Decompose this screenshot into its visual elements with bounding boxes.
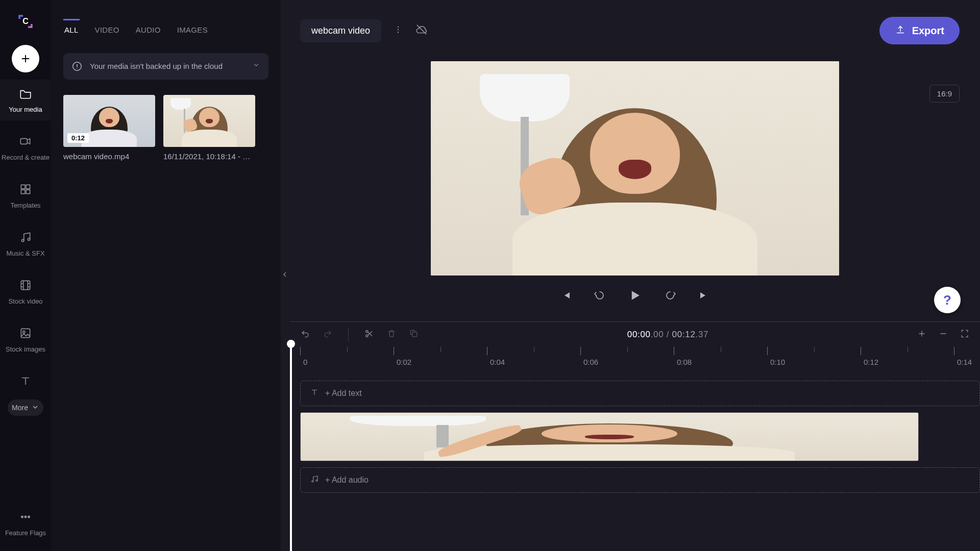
backup-warning-text: Your media isn't backed up in the cloud [90,62,223,70]
templates-icon [19,183,32,197]
tab-audio[interactable]: AUDIO [135,20,162,39]
svg-point-6 [21,239,23,241]
skip-start-button[interactable] [560,289,572,302]
clip-frame [705,413,772,461]
svg-text:C: C [22,17,29,26]
tab-images[interactable]: IMAGES [176,20,209,39]
text-icon [310,388,319,399]
rewind-5-button[interactable] [594,289,606,302]
delete-button[interactable] [386,329,397,341]
sidebar-item-templates[interactable]: Templates [0,176,51,216]
ruler-tick: 0:06 [580,347,598,369]
svg-rect-8 [21,281,30,289]
camera-icon [19,135,32,149]
play-button[interactable] [627,288,643,303]
add-audio-label: + Add audio [325,475,369,485]
svg-point-16 [398,27,399,28]
ruler-tick: 0:02 [394,347,411,369]
svg-rect-1 [20,139,27,144]
ruler-tick: 0:08 [674,347,692,369]
transport-controls [560,288,710,303]
zoom-out-button[interactable] [938,329,948,341]
sidebar-item-label: Music & SFX [6,249,44,257]
project-title[interactable]: webcam video [300,19,381,42]
dots-icon [19,510,32,525]
more-button[interactable]: More [8,399,43,416]
add-media-button[interactable] [12,45,39,72]
backup-warning[interactable]: Your media isn't backed up in the cloud [63,53,268,80]
sidebar-item-label: Stock video [8,297,42,305]
collapse-panel-button[interactable] [281,0,290,551]
image-icon [19,327,32,341]
svg-point-11 [21,516,23,517]
media-item[interactable]: 16/11/2021, 10:18:14 - … [163,95,255,161]
duplicate-button[interactable] [409,329,419,341]
redo-button[interactable] [323,329,333,341]
sidebar-item-feature-flags[interactable]: Feature Flags [0,503,51,544]
timeline-toolbar: 00:00.00 / 00:12.37 [290,321,980,348]
svg-point-18 [398,32,399,33]
svg-point-10 [23,331,25,333]
help-button[interactable]: ? [934,287,961,313]
media-tabs: ALL VIDEO AUDIO IMAGES [63,20,268,40]
add-text-track[interactable]: + Add text [300,381,980,406]
sidebar-item-stock-images[interactable]: Stock images [0,319,51,360]
sidebar-item-text[interactable] [0,367,51,390]
sidebar-item-stock-video[interactable]: Stock video [0,271,51,312]
info-icon [71,61,83,72]
forward-5-button[interactable] [664,289,676,302]
preview-area: 16:9 ? [290,61,980,321]
svg-rect-2 [21,185,25,189]
video-track[interactable] [300,412,980,461]
chevron-down-icon [252,61,260,72]
svg-point-15 [77,68,77,69]
ruler-tick: 0:14 [954,347,972,369]
media-panel: ALL VIDEO AUDIO IMAGES Your media isn't … [51,0,281,551]
zoom-fit-button[interactable] [960,329,970,341]
chevron-left-icon [281,270,289,281]
tab-all[interactable]: ALL [63,19,80,39]
top-bar: webcam video Export [290,0,980,61]
sidebar-item-your-media[interactable]: Your media [0,80,51,120]
svg-point-13 [28,516,30,517]
aspect-ratio-button[interactable]: 16:9 [929,85,960,103]
time-ruler[interactable]: 00:020:040:060:080:100:120:14 [300,347,980,369]
sidebar-item-record-create[interactable]: Record & create [0,128,51,168]
svg-point-23 [316,480,317,482]
video-clip[interactable] [300,412,919,461]
add-audio-track[interactable]: + Add audio [300,467,980,493]
app-logo: C [14,10,37,33]
text-icon [19,374,32,389]
zoom-in-button[interactable] [917,329,927,341]
tab-video[interactable]: VIDEO [94,20,120,39]
skip-end-button[interactable] [698,289,710,302]
media-item-label: 16/11/2021, 10:18:14 - … [163,152,255,161]
media-grid: 0:12 webcam video.mp4 16/11/2021, 10:18:… [63,95,268,161]
app-root: C Your media Record & create Templates M… [0,0,980,551]
svg-rect-9 [21,329,30,337]
svg-rect-3 [26,185,30,189]
cloud-sync-off-icon[interactable] [415,23,428,38]
media-thumbnail [163,95,255,147]
sidebar-item-music-sfx[interactable]: Music & SFX [0,223,51,264]
svg-point-17 [398,29,399,30]
video-preview[interactable] [431,61,839,276]
left-rail: C Your media Record & create Templates M… [0,0,51,551]
chevron-down-icon [31,403,39,413]
svg-rect-5 [26,190,30,194]
svg-point-7 [28,238,30,240]
split-button[interactable] [364,329,374,341]
media-item[interactable]: 0:12 webcam video.mp4 [63,95,155,161]
project-menu-button[interactable] [390,22,406,39]
more-label: More [12,404,28,412]
undo-button[interactable] [300,329,310,341]
export-button[interactable]: Export [879,17,960,44]
upload-icon [895,24,906,38]
music-icon [310,474,319,486]
ruler-tick: 0 [300,347,307,369]
playhead[interactable] [290,343,292,551]
svg-rect-4 [21,190,25,194]
ruler-tick: 0:10 [767,347,785,369]
timecode-display: 00:00.00 / 00:12.37 [431,330,904,340]
timeline[interactable]: 00:020:040:060:080:100:120:14 + Add text… [290,347,980,551]
